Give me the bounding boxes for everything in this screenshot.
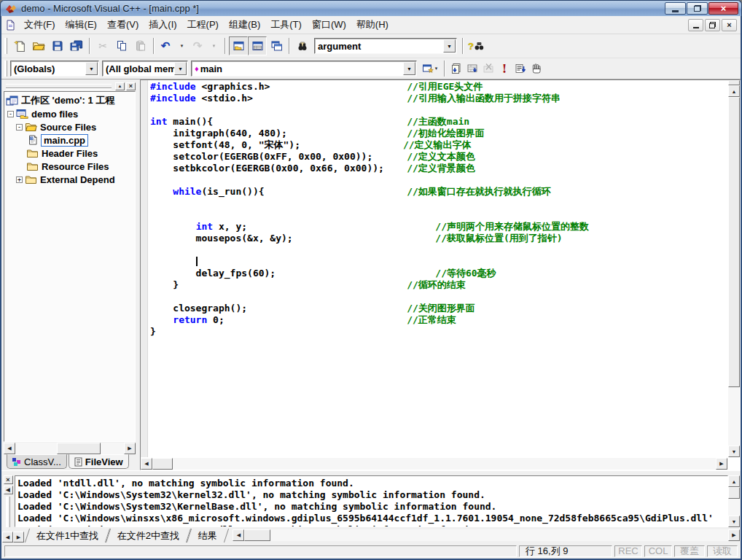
collapse-icon[interactable]: - — [7, 111, 14, 117]
go-debug-button[interactable] — [512, 61, 528, 77]
tab-classview[interactable]: ClassV... — [7, 454, 67, 469]
tree-item-main-cpp[interactable]: main.cpp — [6, 133, 135, 147]
open-file-button[interactable] — [29, 36, 48, 55]
code-line[interactable] — [150, 104, 727, 116]
members-filter-dropdown[interactable]: ▼ — [174, 62, 187, 75]
menu-item[interactable]: 编辑(E) — [60, 16, 102, 34]
new-file-button[interactable] — [10, 36, 29, 55]
undo-dropdown-button[interactable]: ▼ — [173, 38, 190, 54]
editor-split-handle[interactable] — [728, 80, 740, 85]
scroll-down-button[interactable]: ▼ — [728, 516, 740, 527]
code-line[interactable]: int main(){ //主函数main — [150, 116, 727, 128]
redo-dropdown-button[interactable]: ▼ — [206, 38, 222, 54]
search-help-button[interactable]: ? — [466, 36, 485, 55]
tree-item-source-files[interactable]: - Source Files — [6, 120, 135, 133]
output-pane-toggle-button[interactable] — [248, 36, 267, 55]
scroll-left-button[interactable]: ◀ — [141, 458, 152, 470]
function-combo[interactable]: ♦ main ▼ — [191, 61, 417, 77]
windows-list-button[interactable] — [267, 36, 286, 55]
tree-item-header-files[interactable]: Header Files — [6, 147, 135, 160]
redo-button[interactable]: ↷ — [190, 38, 206, 54]
tab-scroll-left-button[interactable]: ◀ — [2, 532, 13, 542]
code-line[interactable]: setbkcolor(EGERGB(0x00, 0x66, 0x00)); //… — [150, 163, 727, 174]
menu-item[interactable]: 窗口(W) — [307, 16, 351, 34]
code-line[interactable]: initgraph(640, 480); //初始化绘图界面 — [150, 128, 727, 139]
scrollbar-track[interactable] — [152, 458, 716, 470]
code-line[interactable]: #include <graphics.h> //引用EGE头文件 — [150, 81, 727, 93]
close-button[interactable]: × — [708, 2, 738, 15]
restore-button[interactable] — [687, 2, 708, 15]
titlebar[interactable]: demo - Microsoft Visual C++ - [main.cpp … — [0, 0, 742, 16]
code-line[interactable] — [150, 174, 727, 186]
menu-item[interactable]: 工程(P) — [182, 16, 224, 34]
output-tab[interactable]: 在文件2中查找 — [106, 529, 191, 542]
menu-item[interactable]: 文件(F) — [19, 16, 60, 34]
scroll-left-button[interactable]: ◀ — [4, 443, 15, 454]
code-line[interactable] — [150, 256, 727, 268]
code-line[interactable]: while(is_run()){ //如果窗口存在就执行就执行循环 — [150, 186, 727, 198]
menu-item[interactable]: 插入(I) — [144, 16, 181, 34]
paste-button[interactable] — [131, 36, 150, 55]
class-scope-combo[interactable]: (Globals) ▼ — [10, 61, 99, 77]
scrollbar-thumb[interactable] — [728, 487, 740, 499]
collapse-icon[interactable]: - — [16, 124, 23, 131]
editor-selection-margin[interactable] — [141, 80, 148, 457]
code-line[interactable]: closegraph(); //关闭图形界面 — [150, 303, 727, 314]
pane-shade-button[interactable]: ▲ — [115, 82, 125, 90]
toolbar-grip[interactable] — [4, 38, 7, 54]
compile-button[interactable] — [448, 61, 464, 77]
output-horizontal-scrollbar[interactable]: ◀ ▶ — [233, 529, 740, 541]
class-scope-dropdown[interactable]: ▼ — [85, 62, 98, 75]
editor-horizontal-scrollbar[interactable]: ◀ ▶ — [141, 458, 727, 470]
output-tab[interactable]: 在文件1中查找 — [25, 529, 110, 542]
mdi-close-button[interactable]: × — [722, 19, 737, 31]
code-line[interactable] — [150, 209, 727, 221]
find-in-files-button[interactable] — [293, 36, 312, 55]
tree-item-workspace[interactable]: 工作区 'demo': 1 工程 — [6, 94, 135, 107]
tree-item-external-dependencies[interactable]: + External Depend — [6, 173, 135, 186]
scrollbar-thumb[interactable] — [728, 97, 740, 387]
mdi-minimize-button[interactable] — [688, 19, 703, 31]
save-button[interactable] — [48, 36, 67, 55]
code-line[interactable]: mousepos(&x, &y); //获取鼠标位置(用到了指针) — [150, 233, 727, 244]
scroll-up-button[interactable]: ▲ — [728, 475, 740, 487]
scrollbar-thumb[interactable] — [244, 529, 270, 541]
code-line[interactable]: } //循环的结束 — [150, 279, 727, 291]
scrollbar-thumb[interactable] — [152, 458, 173, 470]
find-combo-dropdown[interactable]: ▼ — [443, 39, 456, 52]
output-vertical-scrollbar[interactable]: ▲ ▼ — [728, 475, 740, 527]
function-value[interactable]: main — [200, 63, 403, 74]
output-tab[interactable]: 结果 — [187, 529, 229, 542]
output-dock-button[interactable]: ◀ — [4, 486, 13, 494]
members-filter-value[interactable]: (All global members) — [103, 63, 174, 74]
expand-icon[interactable]: + — [16, 176, 23, 183]
stop-build-button[interactable] — [480, 61, 496, 77]
find-combo[interactable]: argument ▼ — [314, 38, 457, 54]
copy-button[interactable] — [112, 36, 131, 55]
code-line[interactable]: setfont(48, 0, "宋体"); //定义输出字体 — [150, 139, 727, 151]
code-line[interactable]: delay_fps(60); //等待60毫秒 — [150, 268, 727, 279]
code-line[interactable]: return 0; //正常结束 — [150, 314, 727, 326]
scrollbar-track[interactable] — [15, 443, 124, 454]
toolbar-grip[interactable] — [4, 61, 7, 77]
wizard-actions-button[interactable]: ▼ — [419, 61, 441, 77]
pane-close-button[interactable]: × — [126, 82, 136, 90]
code-line[interactable]: setcolor(EGERGB(0xFF, 0x00, 0x00)); //定义… — [150, 151, 727, 163]
scrollbar-track[interactable] — [728, 97, 740, 446]
function-dropdown[interactable]: ▼ — [403, 62, 415, 75]
scroll-down-button[interactable]: ▼ — [728, 446, 740, 457]
tab-scroll-right-button[interactable]: ▶ — [13, 532, 24, 542]
build-button[interactable] — [464, 61, 480, 77]
code-line[interactable] — [150, 198, 727, 209]
undo-button[interactable]: ↶ — [157, 38, 173, 54]
tab-fileview[interactable]: FileView — [69, 454, 129, 469]
cut-button[interactable]: ✂ — [93, 36, 112, 55]
save-all-button[interactable] — [67, 36, 86, 55]
output-text[interactable]: Loaded 'ntdll.dll', no matching symbolic… — [15, 475, 728, 527]
find-combo-value[interactable]: argument — [315, 41, 443, 52]
scroll-right-button[interactable]: ▶ — [124, 443, 136, 454]
menu-item[interactable]: 组建(B) — [224, 16, 265, 34]
scroll-right-button[interactable]: ▶ — [716, 458, 727, 470]
minimize-button[interactable] — [665, 2, 686, 15]
output-close-button[interactable]: × — [4, 475, 13, 484]
